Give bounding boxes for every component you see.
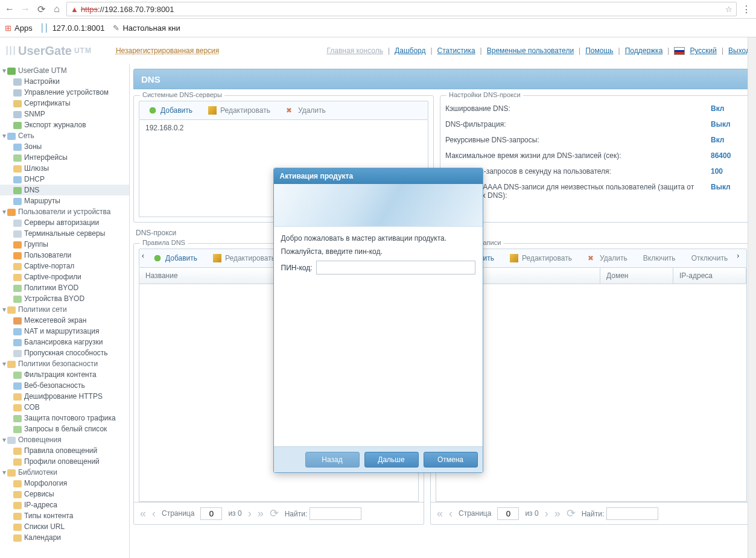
bookmark-star-icon[interactable]: ☆ [725, 5, 732, 14]
modal-footer: Назад Дальше Отмена [274, 446, 483, 472]
browser-menu-icon[interactable]: ⋮ [740, 3, 752, 15]
insecure-icon: ▲ [71, 5, 78, 14]
modal-text-2: Пожалуйста, введите пин-код. [281, 247, 475, 256]
activation-modal: Активация продукта Добро пожаловать в ма… [273, 168, 483, 473]
site-icon: ⎢⎢ [41, 24, 49, 33]
modal-body: Добро пожаловать в мастер активации прод… [274, 227, 483, 446]
home-icon[interactable]: ⌂ [51, 3, 63, 15]
next-button[interactable]: Дальше [364, 452, 419, 468]
bookmark-apps[interactable]: ⊞Apps [5, 24, 33, 33]
back-button[interactable]: Назад [305, 452, 360, 468]
book-icon: ✎ [113, 24, 119, 33]
apps-icon: ⊞ [5, 24, 11, 33]
url-scheme: https [81, 5, 98, 14]
address-bar[interactable]: ▲ https ://192.168.70.79:8001 ☆ [66, 2, 737, 16]
browser-toolbar: ← → ⟳ ⌂ ▲ https ://192.168.70.79:8001 ☆ … [0, 0, 756, 19]
modal-banner [274, 184, 483, 227]
scrollbar[interactable] [748, 37, 756, 558]
cancel-button[interactable]: Отмена [424, 452, 478, 468]
forward-icon[interactable]: → [19, 3, 31, 15]
back-icon[interactable]: ← [4, 3, 16, 15]
bookmark-manual[interactable]: ✎Настольная кни [113, 24, 180, 33]
modal-title: Активация продукта [274, 168, 483, 184]
pin-label: ПИН-код: [281, 264, 313, 272]
modal-text-1: Добро пожаловать в мастер активации прод… [281, 234, 475, 243]
url-rest: ://192.168.70.79:8001 [98, 5, 174, 14]
pin-input[interactable] [316, 261, 475, 274]
bookmark-localhost[interactable]: ⎢⎢127.0.0.1:8001 [41, 24, 105, 33]
reload-icon[interactable]: ⟳ [35, 3, 47, 15]
bookmarks-bar: ⊞Apps ⎢⎢127.0.0.1:8001 ✎Настольная кни [0, 19, 756, 37]
